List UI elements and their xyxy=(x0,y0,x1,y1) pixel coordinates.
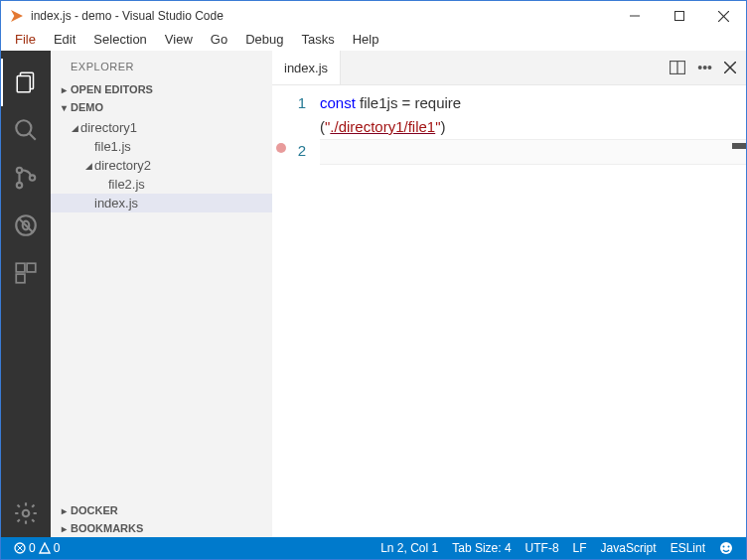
svg-rect-15 xyxy=(27,263,36,272)
folder-directory1[interactable]: ◢ directory1 xyxy=(51,118,272,137)
editor-area: index.js ••• 1 2 const file1js = require… xyxy=(272,51,746,537)
chevron-down-icon: ◢ xyxy=(69,123,80,133)
menu-bar: File Edit Selection View Go Debug Tasks … xyxy=(1,31,746,51)
tab-indexjs[interactable]: index.js xyxy=(272,51,341,84)
menu-tasks[interactable]: Tasks xyxy=(293,30,342,49)
menu-debug[interactable]: Debug xyxy=(237,30,291,49)
chevron-right-icon: ▸ xyxy=(57,523,71,534)
warning-icon xyxy=(39,542,51,554)
svg-rect-16 xyxy=(16,274,25,283)
status-bar: 0 0 Ln 2, Col 1 Tab Size: 4 UTF-8 LF Jav… xyxy=(1,537,746,559)
close-editor-icon[interactable] xyxy=(724,62,736,73)
status-errors[interactable]: 0 0 xyxy=(7,541,67,555)
more-actions-icon[interactable]: ••• xyxy=(697,60,712,75)
section-bookmarks[interactable]: ▸ BOOKMARKS xyxy=(51,519,272,537)
explorer-sidebar: EXPLORER ▸ OPEN EDITORS ▾ DEMO ◢ directo… xyxy=(51,51,272,537)
maximize-button[interactable] xyxy=(657,1,701,31)
menu-edit[interactable]: Edit xyxy=(46,30,83,49)
menu-help[interactable]: Help xyxy=(345,30,387,49)
svg-point-26 xyxy=(723,546,725,548)
close-button[interactable] xyxy=(701,1,746,31)
tab-bar: index.js ••• xyxy=(272,51,746,85)
source-control-icon[interactable] xyxy=(1,154,51,202)
split-editor-icon[interactable] xyxy=(670,61,685,74)
section-docker[interactable]: ▸ DOCKER xyxy=(51,501,272,519)
debug-icon[interactable] xyxy=(1,202,51,249)
svg-rect-1 xyxy=(674,12,683,21)
status-eol[interactable]: LF xyxy=(566,541,594,555)
minimize-button[interactable] xyxy=(612,1,657,31)
vscode-logo-icon xyxy=(9,8,25,24)
error-icon xyxy=(14,542,26,554)
activity-bar xyxy=(1,51,51,537)
svg-point-8 xyxy=(17,168,22,173)
breakpoint-icon[interactable] xyxy=(276,143,286,153)
file-file2js[interactable]: file2.js xyxy=(51,175,272,194)
svg-point-17 xyxy=(23,510,30,517)
line-number-gutter: 1 2 xyxy=(290,91,320,537)
menu-go[interactable]: Go xyxy=(203,30,235,49)
status-cursor-position[interactable]: Ln 2, Col 1 xyxy=(374,541,445,555)
menu-file[interactable]: File xyxy=(7,30,44,49)
sidebar-title: EXPLORER xyxy=(51,51,272,80)
title-bar: index.js - demo - Visual Studio Code xyxy=(1,1,746,31)
chevron-down-icon: ◢ xyxy=(82,161,94,171)
svg-point-25 xyxy=(720,542,732,554)
svg-point-6 xyxy=(16,120,31,135)
file-indexjs[interactable]: index.js xyxy=(51,194,272,212)
status-tab-size[interactable]: Tab Size: 4 xyxy=(445,541,518,555)
chevron-right-icon: ▸ xyxy=(57,84,71,95)
search-icon[interactable] xyxy=(1,106,51,154)
svg-rect-5 xyxy=(17,76,30,92)
svg-point-9 xyxy=(17,183,22,188)
section-demo[interactable]: ▾ DEMO xyxy=(51,98,272,116)
minimap-marker[interactable] xyxy=(732,143,746,149)
extensions-icon[interactable] xyxy=(1,249,51,297)
menu-selection[interactable]: Selection xyxy=(85,30,154,49)
svg-rect-14 xyxy=(16,263,25,272)
code-content[interactable]: const file1js = require("./directory1/fi… xyxy=(320,91,746,537)
menu-view[interactable]: View xyxy=(157,30,201,49)
svg-point-27 xyxy=(728,546,730,548)
svg-line-7 xyxy=(29,133,36,140)
feedback-smiley-icon[interactable] xyxy=(712,541,740,555)
settings-gear-icon[interactable] xyxy=(1,490,51,537)
file-file1js[interactable]: file1.js xyxy=(51,137,272,156)
status-encoding[interactable]: UTF-8 xyxy=(519,541,566,555)
status-language[interactable]: JavaScript xyxy=(594,541,664,555)
explorer-icon[interactable] xyxy=(1,59,51,106)
folder-directory2[interactable]: ◢ directory2 xyxy=(51,156,272,175)
chevron-right-icon: ▸ xyxy=(57,505,71,516)
chevron-down-icon: ▾ xyxy=(57,102,71,113)
window-title: index.js - demo - Visual Studio Code xyxy=(31,9,612,23)
code-editor[interactable]: 1 2 const file1js = require("./directory… xyxy=(272,85,746,537)
status-linter[interactable]: ESLint xyxy=(664,541,712,555)
svg-point-10 xyxy=(30,175,35,180)
section-open-editors[interactable]: ▸ OPEN EDITORS xyxy=(51,80,272,98)
